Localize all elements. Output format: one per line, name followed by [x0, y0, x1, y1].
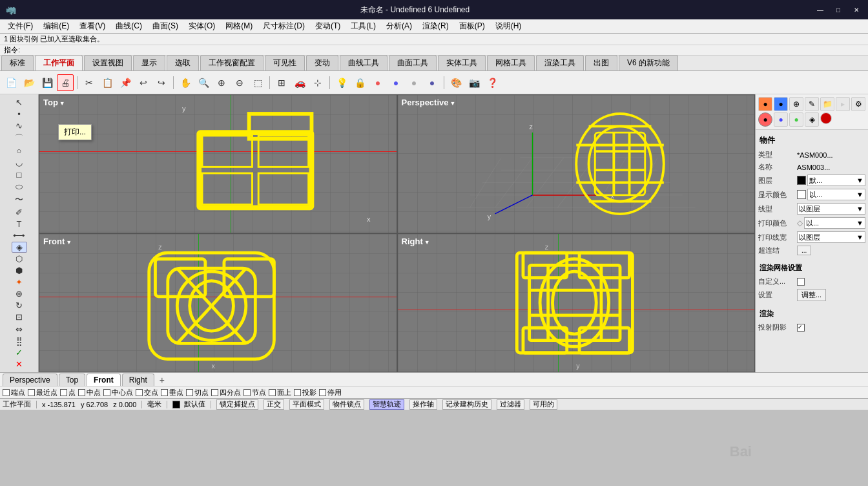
snap-item-面上[interactable]: 面上 [269, 388, 291, 397]
rp-icon-2[interactable]: ● [774, 97, 788, 111]
toolbar-tab-变动[interactable]: 变动 [306, 55, 338, 70]
redo-button[interactable]: ↪ [153, 74, 170, 91]
pan-button[interactable]: ✋ [177, 74, 194, 91]
rp-row-layer[interactable]: 图层 默...▼ [758, 173, 865, 187]
toolbar-tab-工作视窗配置[interactable]: 工作视窗配置 [200, 55, 264, 70]
menu-item-文件(F)[interactable]: 文件(F) [3, 19, 38, 33]
ortho-button[interactable]: ⊹ [309, 74, 326, 91]
cut-button[interactable]: ✂ [81, 74, 98, 91]
polyline-tool[interactable]: ⌒ [12, 132, 27, 145]
toolbar-tab-设置视图[interactable]: 设置视图 [84, 55, 132, 70]
rp-icon-4[interactable]: ✎ [805, 97, 819, 111]
freehand-tool[interactable]: ✐ [12, 207, 27, 218]
record-button[interactable]: 记录建构历史 [442, 399, 491, 410]
dim-tool[interactable]: ⟷ [12, 230, 27, 241]
snap-checkbox-点[interactable] [60, 389, 67, 396]
gumball-tool[interactable]: ✦ [12, 277, 27, 288]
color-button[interactable]: ● [388, 74, 404, 91]
rp-icon-12[interactable] [820, 112, 832, 124]
snap-checkbox-停用[interactable] [319, 389, 326, 396]
snap-item-投影[interactable]: 投影 [294, 388, 316, 397]
zoom-in-button[interactable]: ⊕ [213, 74, 230, 91]
toolbar-tab-出图[interactable]: 出图 [585, 55, 617, 70]
command-input[interactable] [23, 47, 864, 54]
cast-shadow-checkbox[interactable]: ✓ [797, 324, 805, 332]
display-color-dropdown[interactable]: 以...▼ [807, 189, 865, 200]
toolbar-tab-实体工具[interactable]: 实体工具 [438, 55, 486, 70]
viewport-top[interactable]: x y Top▼ [39, 94, 397, 233]
snap-button[interactable]: 🚗 [291, 74, 308, 91]
layer-dropdown[interactable]: 默...▼ [807, 174, 865, 186]
zoom-out-button[interactable]: ⊖ [231, 74, 248, 91]
rp-icon-11[interactable]: ◈ [805, 112, 819, 127]
rp-row-custom[interactable]: 自定义... [758, 275, 865, 288]
bottom-tab-Right[interactable]: Right [122, 374, 154, 386]
texture-button[interactable]: ● [406, 74, 422, 91]
point-tool[interactable]: • [12, 109, 27, 120]
snap-item-中点[interactable]: 中点 [78, 388, 101, 397]
mesh-tool[interactable]: ⬢ [12, 265, 27, 276]
plane-mode-button[interactable]: 平面模式 [289, 399, 324, 410]
snap-checkbox-投影[interactable] [294, 389, 301, 396]
menu-item-尺寸标注(D)[interactable]: 尺寸标注(D) [258, 19, 310, 33]
viewport-front[interactable]: x z Front▼ [39, 233, 397, 372]
ellipse-tool[interactable]: ⬭ [12, 181, 27, 193]
menu-item-查看(V)[interactable]: 查看(V) [74, 19, 110, 33]
menu-item-说明(H)[interactable]: 说明(H) [490, 19, 527, 33]
rp-icon-6[interactable]: ▸ [836, 97, 850, 111]
menu-item-工具(L)[interactable]: 工具(L) [346, 19, 381, 33]
menu-item-面板(P)[interactable]: 面板(P) [454, 19, 490, 33]
rp-icon-5[interactable]: 📁 [820, 97, 834, 111]
snap-item-最近点[interactable]: 最近点 [28, 388, 57, 397]
rp-row-linetype[interactable]: 线型 以图层▼ [758, 202, 865, 216]
toolbar-tab-网格工具[interactable]: 网格工具 [487, 55, 535, 70]
toolbar-tab-显示[interactable]: 显示 [133, 55, 165, 70]
rp-row-print-width[interactable]: 打印线宽 以图层▼ [758, 230, 865, 244]
toolbar-tab-标准[interactable]: 标准 [1, 55, 34, 70]
add-tab-button[interactable]: + [156, 374, 169, 386]
toolbar-tab-曲面工具[interactable]: 曲面工具 [389, 55, 437, 70]
arc-tool[interactable]: ◡ [12, 157, 27, 168]
snap-item-停用[interactable]: 停用 [319, 388, 342, 397]
viewport-right[interactable]: y z Right▼ [397, 233, 756, 372]
rp-icon-10[interactable]: ● [789, 112, 803, 127]
viewport-front-label[interactable]: Front▼ [43, 237, 72, 246]
bottom-tab-Front[interactable]: Front [87, 374, 121, 386]
text-tool[interactable]: T [12, 218, 27, 229]
menu-item-曲面(S)[interactable]: 曲面(S) [147, 19, 183, 33]
new-button[interactable]: 📄 [3, 74, 19, 91]
filter-button[interactable]: 过滤器 [497, 399, 524, 410]
rp-icon-9[interactable]: ● [774, 112, 788, 127]
bottom-tab-Top[interactable]: Top [59, 374, 85, 386]
open-button[interactable]: 📂 [21, 74, 37, 91]
snap-item-端点[interactable]: 端点 [3, 388, 25, 397]
circle-tool[interactable]: ○ [12, 145, 27, 156]
menu-item-变动(T)[interactable]: 变动(T) [310, 19, 346, 33]
snap-checkbox-切点[interactable] [186, 389, 193, 396]
snap-checkbox-端点[interactable] [3, 389, 10, 396]
snap-item-四分点[interactable]: 四分点 [211, 388, 241, 397]
paste-button[interactable]: 📌 [117, 74, 134, 91]
snap-checkbox-面上[interactable] [269, 389, 276, 396]
zoom-ext-button[interactable]: 🔍 [195, 74, 212, 91]
array-tool[interactable]: ⣿ [12, 335, 27, 346]
snap-item-交点[interactable]: 交点 [136, 388, 158, 397]
toolbar-tab-V6 的新功能[interactable]: V6 的新功能 [619, 55, 678, 70]
rp-row-display-color[interactable]: 显示颜色 以...▼ [758, 187, 865, 202]
menu-item-网格(M)[interactable]: 网格(M) [220, 19, 258, 33]
grid-button[interactable]: ⊞ [273, 74, 290, 91]
hyperlink-button[interactable]: ... [797, 246, 811, 255]
toolbar-tab-渲染工具[interactable]: 渲染工具 [536, 55, 584, 70]
lock-button[interactable]: 🔒 [351, 74, 368, 91]
menu-item-编辑(E)[interactable]: 编辑(E) [38, 19, 74, 33]
snap-item-垂点[interactable]: 垂点 [161, 388, 183, 397]
menu-item-曲线(C)[interactable]: 曲线(C) [110, 19, 147, 33]
snap-item-节点[interactable]: 节点 [243, 388, 266, 397]
rp-row-cast-shadow[interactable]: 投射阴影 ✓ [758, 321, 865, 333]
save-button[interactable]: 💾 [39, 74, 56, 91]
snap-item-点[interactable]: 点 [60, 388, 76, 397]
cancel-tool[interactable]: ✕ [12, 359, 27, 370]
adjust-button[interactable]: 调整... [797, 289, 826, 301]
toolbar-tab-曲线工具[interactable]: 曲线工具 [340, 55, 388, 70]
curve-tool[interactable]: ∿ [12, 120, 27, 131]
